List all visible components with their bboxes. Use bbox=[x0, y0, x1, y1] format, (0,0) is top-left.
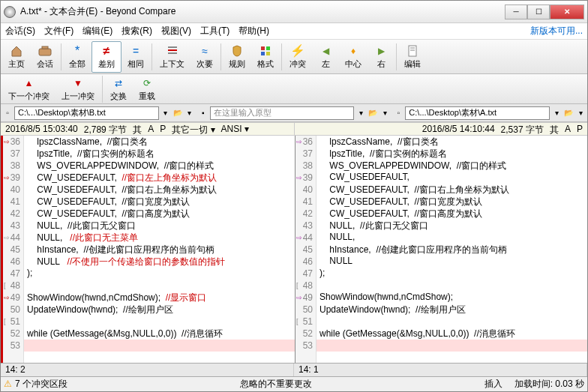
code-line[interactable]: lpszTitle, //窗口实例的标题名 bbox=[316, 148, 587, 160]
code-line[interactable]: ShowWindow(hwnd,nCmdShow); bbox=[316, 292, 587, 304]
menu-session[interactable]: 会话(S) bbox=[5, 25, 35, 37]
menu-view[interactable]: 视图(V) bbox=[161, 25, 191, 37]
code-line[interactable]: UpdateWindow(hwnd); //绘制用户区 bbox=[24, 304, 295, 316]
code-line[interactable] bbox=[316, 340, 587, 352]
format-button[interactable]: 格式 bbox=[251, 41, 280, 73]
code-line[interactable]: CW_USEDEFAULT, //窗口宽度为默认 bbox=[24, 196, 295, 208]
left-button[interactable]: ◀左 bbox=[312, 41, 339, 73]
compare-panes: 36⇨373839⇨4041424344⇨45464748[49⇨5051[52… bbox=[1, 136, 587, 363]
right-path-input[interactable]: C:\...\Desktop\素材\A.txt bbox=[405, 106, 550, 120]
code-line[interactable] bbox=[316, 316, 587, 328]
maximize-button[interactable]: ☐ bbox=[527, 4, 550, 19]
browse-icon[interactable]: ▾ bbox=[575, 108, 586, 118]
code-line[interactable]: CW_USEDEFAULT, //窗口右上角坐标为默认 bbox=[316, 184, 587, 196]
diff-arrow-icon: ⇨ bbox=[296, 138, 302, 145]
left-encoding[interactable]: ANSI ▾ bbox=[221, 124, 249, 134]
code-line[interactable]: ); bbox=[24, 268, 295, 280]
right-code[interactable]: lpszCassName, //窗口类名 lpszTitle, //窗口实例的标… bbox=[316, 136, 587, 363]
code-line[interactable]: while (GetMessage(&Msg,NULL,0,0)) //消息循环 bbox=[316, 328, 587, 340]
line-number: 37 bbox=[3, 148, 23, 160]
code-line[interactable]: CW_USEDEFAULT, //窗口左上角坐标为默认 bbox=[24, 172, 295, 184]
separator bbox=[281, 43, 282, 70]
open-folder-icon[interactable]: 📂 bbox=[563, 108, 574, 118]
context-icon bbox=[166, 44, 179, 58]
reload-button[interactable]: ⟳重载 bbox=[133, 73, 161, 105]
dropdown-icon[interactable]: ▾ bbox=[356, 108, 366, 118]
swap-button[interactable]: ⇄交换 bbox=[104, 73, 133, 105]
code-line[interactable]: WS_OVERLAPPEDWINDOW, //窗口的样式 bbox=[24, 160, 295, 172]
all-button[interactable]: *全部 bbox=[63, 41, 92, 73]
next-conflict-button[interactable]: ▼上一冲突 bbox=[56, 73, 100, 105]
code-line[interactable]: ); bbox=[316, 268, 587, 280]
code-line[interactable]: NULL, //此窗口无主菜单 bbox=[24, 232, 295, 244]
open-folder-icon[interactable]: 📂 bbox=[172, 108, 183, 118]
left-path-input[interactable]: C:\...\Desktop\素材\B.txt bbox=[14, 106, 159, 120]
ignore-status: 忽略的不重要更改 bbox=[80, 378, 472, 391]
code-line[interactable]: CW_USEDEFAULT, bbox=[316, 172, 587, 184]
right-button[interactable]: ▶右 bbox=[368, 41, 394, 73]
prev-conflict-button[interactable]: ▲下一个冲突 bbox=[2, 73, 56, 105]
menu-file[interactable]: 文件(F) bbox=[44, 25, 74, 37]
center-button[interactable]: ♦中心 bbox=[339, 41, 368, 73]
menu-tools[interactable]: 工具(T) bbox=[200, 25, 230, 37]
code-line[interactable] bbox=[316, 280, 587, 292]
conflict-button[interactable]: ⚡冲突 bbox=[284, 41, 312, 73]
code-line[interactable]: CW_USEDEFAULT, //窗口高度为默认 bbox=[24, 208, 295, 220]
line-number: 43 bbox=[3, 220, 23, 232]
file-icon: ▪ bbox=[198, 108, 208, 118]
center-path-input[interactable]: 在这里输入原型 bbox=[210, 106, 355, 120]
session-button[interactable]: 会话 bbox=[31, 41, 59, 73]
insert-mode: 插入 bbox=[484, 378, 502, 391]
diff-arrow-icon: ⇨ bbox=[4, 138, 10, 145]
context-button[interactable]: 上下文 bbox=[154, 41, 190, 73]
code-line[interactable]: lpszCassName, //窗口类名 bbox=[316, 136, 587, 148]
left-pane[interactable]: 36⇨373839⇨4041424344⇨45464748[49⇨5051[52… bbox=[1, 136, 295, 363]
code-line[interactable]: while (GetMessage(&Msg,NULL,0,0)) //消息循环 bbox=[24, 328, 295, 340]
left-info: 2016/8/5 15:03:40 2,789 字节 其 A P 其它一切 ▾ … bbox=[1, 123, 294, 135]
code-line[interactable]: CW_USEDEFAULT, //窗口右上角坐标为默认 bbox=[24, 184, 295, 196]
code-line[interactable]: hInstance, //创建此窗口应用程序的当前句柄 bbox=[316, 244, 587, 256]
code-line[interactable]: NULL, //此窗口无父窗口 bbox=[316, 220, 587, 232]
code-line[interactable]: WS_OVERLAPPEDWINDOW, //窗口的样式 bbox=[316, 160, 587, 172]
code-line[interactable]: ShowWindow(hwnd,nCmdShow); //显示窗口 bbox=[24, 292, 295, 304]
dropdown-icon[interactable]: ▾ bbox=[551, 108, 562, 118]
status-bar: 7 个冲突区段 忽略的不重要更改 插入 加载时间: 0.03 秒 bbox=[1, 376, 587, 391]
dropdown-icon[interactable]: ▾ bbox=[160, 108, 171, 118]
code-line[interactable] bbox=[24, 340, 295, 352]
left-path-segment: ▫ C:\...\Desktop\素材\B.txt ▾ 📂 ▾ bbox=[1, 106, 196, 120]
code-line[interactable]: UpdateWindow(hwnd); //绘制用户区 bbox=[316, 304, 587, 316]
rules-button[interactable]: 规则 bbox=[223, 41, 251, 73]
diff-button[interactable]: ≠差别 bbox=[92, 41, 122, 73]
left-code[interactable]: lpszClassName, //窗口类名 lpszTitle, //窗口实例的… bbox=[24, 136, 295, 363]
close-button[interactable]: ✕ bbox=[550, 4, 584, 19]
code-line[interactable]: hInstance, //创建此窗口应用程序的当前句柄 bbox=[24, 244, 295, 256]
home-button[interactable]: 主页 bbox=[2, 41, 31, 73]
code-line[interactable]: NULL bbox=[316, 256, 587, 268]
same-button[interactable]: =相同 bbox=[122, 41, 150, 73]
code-line[interactable]: CW_USEDEFAULT, //窗口宽度为默认 bbox=[316, 196, 587, 208]
code-line[interactable]: NULL, //此窗口无父窗口 bbox=[24, 220, 295, 232]
menu-help[interactable]: 帮助(H) bbox=[238, 25, 269, 37]
code-line[interactable]: CW_USEDEFAULT, //窗口高度为默认 bbox=[316, 208, 587, 220]
code-line[interactable]: NULL, bbox=[316, 232, 587, 244]
code-line[interactable] bbox=[24, 316, 295, 328]
new-version-link[interactable]: 新版本可用... bbox=[530, 25, 583, 37]
svg-rect-9 bbox=[409, 46, 416, 56]
edit-button[interactable]: 编辑 bbox=[398, 41, 427, 73]
minor-button[interactable]: ≈次要 bbox=[190, 41, 219, 73]
open-folder-icon[interactable]: 📂 bbox=[368, 108, 378, 118]
line-number: 36⇨ bbox=[296, 136, 316, 148]
code-line[interactable] bbox=[24, 280, 295, 292]
menu-edit[interactable]: 编辑(E) bbox=[82, 25, 112, 37]
menu-search[interactable]: 搜索(R) bbox=[122, 25, 152, 37]
browse-icon[interactable]: ▾ bbox=[184, 108, 195, 118]
minimize-button[interactable]: ─ bbox=[505, 4, 527, 19]
code-line[interactable]: lpszTitle, //窗口实例的标题名 bbox=[24, 148, 295, 160]
code-line[interactable]: lpszClassName, //窗口类名 bbox=[24, 136, 295, 148]
right-pane[interactable]: 36⇨373839⇨4041424344⇨45464748[49⇨5051[52… bbox=[295, 136, 587, 363]
line-number: 46 bbox=[3, 256, 23, 268]
code-line[interactable]: NULL //不使用一个传递给窗口的参数值的指针 bbox=[24, 256, 295, 268]
separator bbox=[61, 43, 62, 70]
same-icon: = bbox=[129, 44, 142, 58]
browse-icon[interactable]: ▾ bbox=[380, 108, 390, 118]
